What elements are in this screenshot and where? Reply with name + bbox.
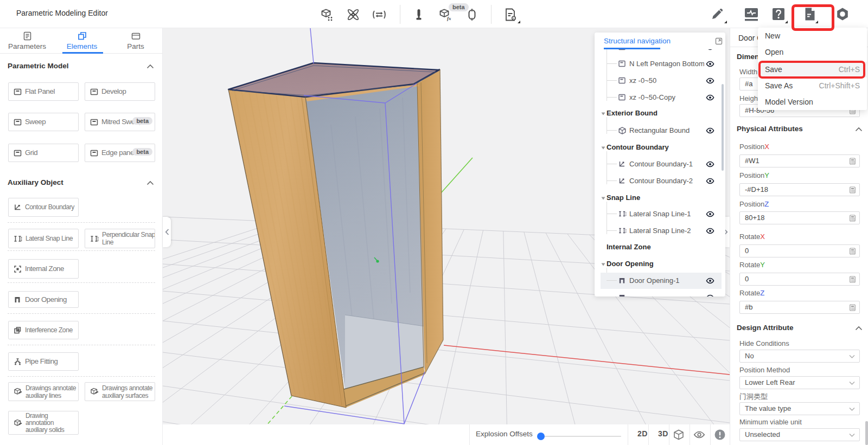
svg-text:fx: fx bbox=[447, 16, 451, 21]
